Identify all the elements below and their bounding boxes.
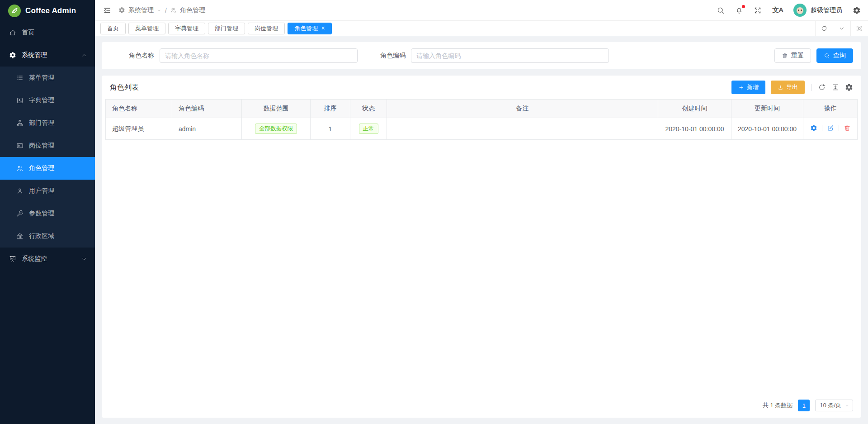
page-number-button[interactable]: 1 <box>798 400 810 411</box>
col-created: 创建时间 <box>658 100 731 118</box>
notification-bell-icon[interactable] <box>735 6 743 14</box>
tab-dict-management[interactable]: 字典管理 <box>168 23 205 34</box>
role-list-card: 角色列表 新增 导出 <box>102 76 861 418</box>
sidebar-item-param-management[interactable]: 参数管理 <box>0 202 95 225</box>
refresh-icon[interactable] <box>815 21 833 36</box>
tab-role-management[interactable]: 角色管理 ✕ <box>288 23 332 34</box>
row-delete-trash-icon[interactable] <box>844 124 851 132</box>
data-scope-tag: 全部数据权限 <box>255 124 297 134</box>
col-updated: 更新时间 <box>731 100 803 118</box>
pagination-total: 共 1 条数据 <box>763 401 793 410</box>
chevron-up-icon <box>80 52 88 59</box>
sidebar-item-post-management[interactable]: 岗位管理 <box>0 134 95 157</box>
monitor-icon <box>9 255 16 262</box>
reset-button[interactable]: 重置 <box>774 48 811 63</box>
cell-actions <box>803 118 858 140</box>
top-header: 系统管理 / 角色管理 文A 超级管理员 <box>95 0 868 21</box>
chevron-down-icon <box>156 8 162 13</box>
fullscreen-icon[interactable] <box>754 6 762 14</box>
tabs-bar: 首页 菜单管理 字典管理 部门管理 岗位管理 角色管理 ✕ <box>95 21 868 36</box>
sidebar-item-role-management[interactable]: 角色管理 <box>0 157 95 180</box>
sidebar: Coffee Admin 首页 系统管理 菜单管理 字典管理 部门管理 <box>0 0 95 424</box>
role-code-input[interactable] <box>411 48 609 63</box>
column-settings-gear-icon[interactable] <box>845 83 853 91</box>
org-tree-icon <box>16 119 24 127</box>
sidebar-item-user-management[interactable]: 用户管理 <box>0 180 95 202</box>
card-title: 角色列表 <box>110 83 139 92</box>
app-logo: Coffee Admin <box>0 0 95 21</box>
role-code-label: 角色编码 <box>380 52 406 60</box>
cell-role-name: 超级管理员 <box>106 118 172 140</box>
col-data-scope: 数据范围 <box>242 100 311 118</box>
breadcrumb-level2[interactable]: 角色管理 <box>180 6 205 14</box>
divider <box>822 125 822 131</box>
system-submenu: 菜单管理 字典管理 部门管理 岗位管理 角色管理 用户管理 <box>0 67 95 248</box>
wrench-icon <box>16 210 24 217</box>
bank-icon <box>16 233 24 240</box>
sidebar-menu: 首页 系统管理 菜单管理 字典管理 部门管理 岗位管理 <box>0 21 95 424</box>
download-icon <box>778 85 783 91</box>
card-header: 角色列表 新增 导出 <box>105 76 858 99</box>
chevron-down-icon[interactable] <box>833 21 850 36</box>
tab-post-management[interactable]: 岗位管理 <box>248 23 285 34</box>
search-form: 角色名称 角色编码 重置 查询 <box>102 42 861 69</box>
cell-status: 正常 <box>350 118 387 140</box>
col-sort: 排序 <box>311 100 350 118</box>
user-name: 超级管理员 <box>811 6 842 14</box>
refresh-icon[interactable] <box>818 83 826 91</box>
menu-fold-icon[interactable] <box>103 6 111 14</box>
search-icon[interactable] <box>717 6 725 14</box>
sidebar-item-dept-management[interactable]: 部门管理 <box>0 112 95 134</box>
card-toolbar: 新增 导出 <box>731 81 853 94</box>
export-button[interactable]: 导出 <box>771 81 805 94</box>
divider <box>811 84 811 91</box>
chevron-down-icon <box>80 255 88 262</box>
query-button[interactable]: 查询 <box>816 48 853 63</box>
tab-home[interactable]: 首页 <box>100 23 126 34</box>
col-role-code: 角色编码 <box>172 100 242 118</box>
cell-created: 2020-10-01 00:00:00 <box>658 118 731 140</box>
home-icon <box>9 29 16 36</box>
settings-gear-icon[interactable] <box>853 6 861 14</box>
sidebar-item-home[interactable]: 首页 <box>0 21 95 44</box>
tab-dept-management[interactable]: 部门管理 <box>208 23 245 34</box>
row-edit-icon[interactable] <box>827 124 834 132</box>
role-name-label: 角色名称 <box>129 52 154 60</box>
user-menu[interactable]: 超级管理员 <box>793 4 842 17</box>
id-card-icon <box>16 142 24 149</box>
maximize-view-icon[interactable] <box>850 21 868 36</box>
cell-role-code: admin <box>172 118 242 140</box>
list-icon <box>16 74 24 81</box>
sidebar-item-system-management[interactable]: 系统管理 <box>0 44 95 67</box>
add-button[interactable]: 新增 <box>731 81 765 94</box>
plus-icon <box>738 85 744 91</box>
tab-menu-management[interactable]: 菜单管理 <box>128 23 165 34</box>
search-icon <box>824 52 830 59</box>
row-height-icon[interactable] <box>831 83 840 91</box>
role-name-input[interactable] <box>160 48 358 63</box>
breadcrumb-level1[interactable]: 系统管理 <box>128 6 162 14</box>
avatar <box>793 4 807 17</box>
page-size-select[interactable]: 10 条/页 <box>815 400 853 411</box>
sidebar-item-menu-management[interactable]: 菜单管理 <box>0 67 95 89</box>
cell-updated: 2020-10-01 00:00:00 <box>731 118 803 140</box>
sidebar-item-admin-region[interactable]: 行政区域 <box>0 225 95 248</box>
roles-table: 角色名称 角色编码 数据范围 排序 状态 备注 创建时间 更新时间 操作 超级管… <box>105 99 858 140</box>
table-row[interactable]: 超级管理员 admin 全部数据权限 1 正常 2020-10-01 00:00… <box>106 118 858 140</box>
header-actions: 文A 超级管理员 <box>717 4 861 17</box>
cell-data-scope: 全部数据权限 <box>242 118 311 140</box>
col-role-name: 角色名称 <box>106 100 172 118</box>
breadcrumb: 系统管理 / 角色管理 <box>118 6 205 14</box>
trash-icon <box>782 52 788 59</box>
breadcrumb-separator: / <box>165 7 167 14</box>
roles-icon <box>170 7 177 14</box>
pagination: 共 1 条数据 1 10 条/页 <box>105 393 858 418</box>
status-badge: 正常 <box>359 124 378 134</box>
translate-icon[interactable]: 文A <box>772 6 783 14</box>
gear-icon <box>9 52 16 59</box>
row-permissions-gear-icon[interactable] <box>810 124 817 132</box>
tabs-controls <box>815 21 868 36</box>
sidebar-item-dict-management[interactable]: 字典管理 <box>0 89 95 112</box>
sidebar-item-system-monitor[interactable]: 系统监控 <box>0 248 95 270</box>
close-icon[interactable]: ✕ <box>321 26 325 31</box>
